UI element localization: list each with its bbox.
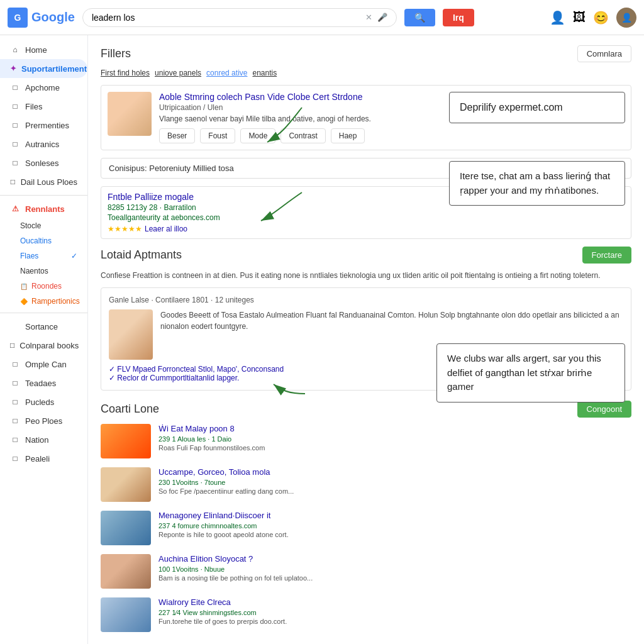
sidebar-item-autranics[interactable]: □ Autranics: [0, 135, 87, 153]
top-bar-right: 👤 🖼 😊 👤: [550, 8, 636, 28]
forctare-button[interactable]: Forctare: [582, 247, 631, 264]
sidebar-sub-label-oucaltins: Oucaltins: [20, 236, 52, 245]
video-title-3[interactable]: Menagoney Elinland·Diiscoer it: [158, 511, 631, 520]
video-title-5[interactable]: Wialrory Eite Clreca: [158, 597, 631, 607]
search-input[interactable]: [92, 13, 360, 23]
card1-btn-beser[interactable]: Beser: [159, 128, 195, 143]
search-button-blue[interactable]: 🔍: [404, 9, 435, 26]
sidebar-item-prermenties[interactable]: □ Prermenties: [0, 116, 87, 135]
filter-tag-uniove[interactable]: uniove panels: [155, 69, 201, 77]
filter-tag-conred[interactable]: conred ative: [206, 69, 247, 77]
apchome-icon: □: [10, 82, 20, 92]
lotaid-desc: Confiese Freattion is contneen in at die…: [101, 270, 631, 281]
comnlara-button[interactable]: Comnlara: [577, 45, 631, 62]
congoont-button[interactable]: Congoont: [577, 401, 631, 418]
sidebar-sub-label-flaes: Flaes: [20, 252, 38, 260]
sidebar-sub-oucaltins[interactable]: Oucaltins: [0, 233, 87, 248]
home-icon: ⌂: [10, 45, 20, 55]
search-button-red[interactable]: Irq: [443, 9, 474, 26]
mic-icon[interactable]: 🎤: [377, 13, 387, 22]
card1-btn-haep[interactable]: Haep: [331, 128, 365, 143]
pealeli-icon: □: [10, 453, 20, 464]
sidebar-divider-2: [0, 313, 87, 313]
sidebar-item-teadaes[interactable]: □ Teadaes: [0, 374, 87, 392]
callout-box-3: We clubs war alls argert, sar you this d…: [436, 343, 625, 402]
video-info-2: Uccampe, Gorceo, Tolioa mola 230 1Vooitn…: [158, 467, 631, 502]
emoji-icon[interactable]: 😊: [593, 10, 609, 25]
card1-btn-mode[interactable]: Mode: [240, 128, 275, 143]
rampertionics-icon: 🔶: [20, 298, 28, 305]
lotaid-header: Lotaid Aptmants Forctare: [101, 247, 631, 264]
google-logo: G Google: [8, 8, 75, 28]
video-title-1[interactable]: Ẇi Eat Malay poon 8: [158, 424, 631, 433]
coarti-title: Coarti Lone: [101, 402, 159, 416]
filter-tag-enantis[interactable]: enantis: [252, 69, 277, 77]
sidebar-sub-label-rampertionics: Rampertionics: [31, 297, 80, 306]
coarti-section: Coarti Lone Congoont Ẇi Eat Malay poon 8…: [101, 401, 631, 632]
sidebar-sub-stocle[interactable]: Stocle: [0, 218, 87, 233]
sidebar-label-pucleds: Pucleds: [25, 397, 54, 407]
sidebar-divider-1: [0, 195, 87, 196]
video-desc-4: Bam is a nosing tile be pothing on fol t…: [158, 574, 631, 582]
sidebar-item-colnparal[interactable]: □ Colnparal books: [0, 336, 87, 355]
video-title-4[interactable]: Auchina Elition Sloyocat ?: [158, 554, 631, 564]
video-thumb-2: [101, 467, 151, 502]
colnparal-icon: □: [10, 340, 14, 350]
sidebar-item-home[interactable]: ⌂ Home: [0, 40, 87, 59]
video-desc-2: So foc Fpe /paecentiinur eatling dang co…: [158, 487, 631, 495]
avatar[interactable]: 👤: [616, 8, 636, 28]
nation-icon: □: [10, 435, 20, 445]
video-meta-4: 100 1Vooitns · Nbuue: [158, 565, 631, 573]
search-bar[interactable]: ✕ 🎤: [82, 8, 397, 27]
video-item-5: Wialrory Eite Clreca 227 1⁄4 View shinmi…: [101, 597, 631, 632]
sidebar-label-sonleses: Sonleses: [25, 158, 58, 168]
sidebar-item-dail-lous-ploes[interactable]: □ Dail Lous Ploes: [0, 172, 87, 191]
rating-text[interactable]: Leaer al illoo: [145, 225, 187, 233]
dail-icon: □: [10, 177, 16, 187]
sidebar-item-files[interactable]: □ Files: [0, 97, 87, 116]
sidebar-sub-naentos[interactable]: Naentos: [0, 264, 87, 279]
sidebar-item-nation[interactable]: □ Nation: [0, 430, 87, 449]
sidebar-item-apchome[interactable]: □ Apchome: [0, 78, 87, 97]
sidebar-label-teadaes: Teadaes: [25, 379, 56, 388]
sidebar-label-autranics: Autranics: [25, 140, 59, 149]
sidebar-item-rennlants[interactable]: ⚠ Rennlants: [0, 199, 87, 218]
video-meta-5: 227 1⁄4 View shinmingstles.com: [158, 609, 631, 616]
google-text: Google: [31, 10, 75, 25]
sidebar-sub-label-naentos: Naentos: [20, 267, 48, 275]
callout-box-1: Deprilify expermet.com: [449, 92, 625, 123]
card2-link[interactable]: Toeallganteurity at aebonces.com: [108, 213, 625, 222]
sidebar-sub-label-roondes: Roondes: [31, 282, 62, 291]
fillers-title: Fillers: [101, 47, 131, 60]
sidebar-item-sonleses[interactable]: □ Sonleses: [0, 153, 87, 172]
video-desc-3: Reponte is hile to gooot apeold atone co…: [158, 531, 631, 538]
card2-rating: ★★★★★ Leaer al illoo: [108, 225, 625, 233]
user-icon[interactable]: 👤: [550, 10, 565, 25]
callout-text-2: Itere tse, chat am a bass lierinǵ that ṛ…: [460, 170, 610, 196]
video-thumb-3: [101, 511, 151, 545]
filter-tag-first[interactable]: First find holes: [101, 69, 150, 77]
sidebar-item-omple[interactable]: □ Omple Can: [0, 355, 87, 374]
sidebar-sub-rampertionics[interactable]: 🔶 Rampertionics: [0, 294, 87, 309]
video-title-2[interactable]: Uccampe, Gorceo, Tolioa mola: [158, 467, 631, 477]
sidebar-item-suportartilement[interactable]: ✦ Suportartilement: [0, 59, 87, 78]
fillers-header: Fillers Comnlara: [101, 45, 631, 62]
autranics-icon: □: [10, 139, 20, 149]
video-thumb-4: [101, 554, 151, 589]
callout-text-1: Deprilify expermet.com: [460, 102, 563, 113]
sidebar-item-peo-ploes[interactable]: □ Peo Ploes: [0, 411, 87, 430]
sidebar-sub-roondes[interactable]: 📋 Roondes: [0, 279, 87, 294]
roondes-icon: 📋: [20, 283, 28, 290]
sidebar-item-pucleds[interactable]: □ Pucleds: [0, 392, 87, 411]
video-info-3: Menagoney Elinland·Diiscoer it 237 4 fom…: [158, 511, 631, 545]
sidebar-item-pealeli[interactable]: □ Pealeli: [0, 449, 87, 468]
card1-btn-foust[interactable]: Foust: [200, 128, 235, 143]
video-meta-3: 237 4 fomure chimnnoaltes.com: [158, 522, 631, 530]
card1-btn-contrast[interactable]: Contrast: [280, 128, 325, 143]
sidebar-sub-flaes[interactable]: Flaes ✓: [0, 248, 87, 264]
video-thumb-5: [101, 597, 151, 632]
star-icon: ✦: [10, 64, 16, 74]
search-clear-icon[interactable]: ✕: [365, 13, 372, 22]
sidebar-item-sortance[interactable]: Sortance: [0, 317, 87, 336]
image-icon[interactable]: 🖼: [573, 10, 586, 25]
